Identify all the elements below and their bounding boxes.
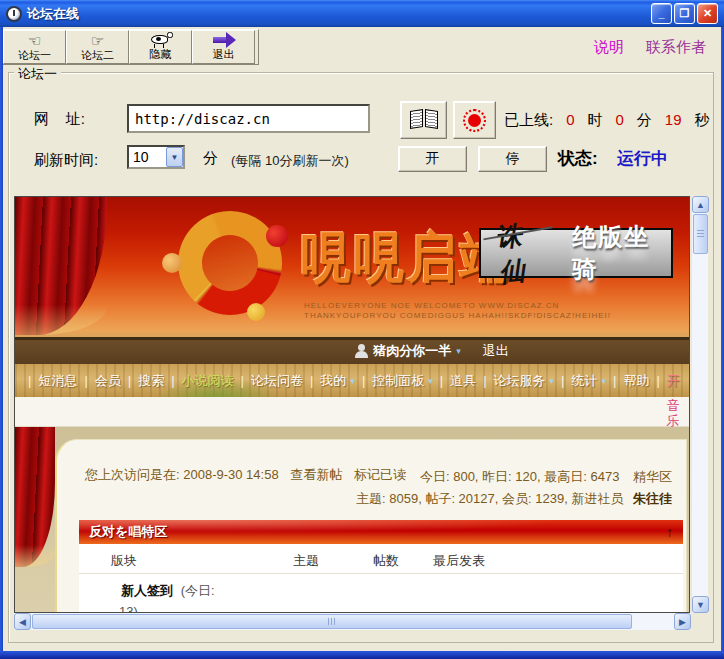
nav-item-messages[interactable]: 短消息	[21, 372, 77, 390]
online-seconds: 19	[665, 111, 682, 130]
dog-icon	[149, 32, 173, 48]
help-link[interactable]: 说明	[594, 38, 624, 57]
embedded-browser: 哯哯启端 HELLOEVERYONE NOE WELCOMETO WWW.DIS…	[14, 196, 690, 613]
horizontal-scroll-thumb[interactable]	[32, 614, 632, 629]
chevron-down-icon[interactable]: ▾	[456, 346, 461, 356]
online-time-row: 已上线: 0 时 0 分 19 秒	[504, 111, 710, 130]
forum1-button-label: 论坛一	[18, 49, 51, 61]
banner-tagline-1: HELLOEVERYONE NOE WELCOMETO WWW.DISCAZ.C…	[304, 301, 611, 311]
curtain-graphic	[15, 197, 107, 335]
status-light-button[interactable]	[453, 101, 496, 139]
nav-item-search[interactable]: 搜索	[121, 372, 164, 390]
url-label: 网 址:	[34, 110, 85, 129]
groupbox-label: 论坛一	[14, 65, 61, 83]
category-title[interactable]: 反对を唱特区	[89, 523, 666, 541]
forum-table-header: 版块 主题 帖数 最后发表	[79, 544, 683, 574]
forum-today-note: (今日:	[181, 583, 215, 598]
column-header-topics: 主题	[293, 552, 319, 570]
online-label: 已上线:	[504, 111, 553, 130]
online-minutes: 0	[616, 111, 624, 130]
online-seconds-unit: 秒	[695, 111, 710, 130]
today-stats-text: 今日: 800, 昨日: 120, 最高日: 6473	[420, 469, 619, 484]
close-button[interactable]: ✕	[697, 3, 718, 24]
status-label: 状态:	[558, 147, 598, 170]
banner-taglines: HELLOEVERYONE NOE WELCOMETO WWW.DISCAZ.C…	[304, 301, 611, 321]
start-button[interactable]: 开	[398, 146, 467, 172]
nav-item-stats[interactable]: 统计▾	[554, 372, 606, 390]
vertical-scroll-thumb[interactable]	[693, 214, 708, 254]
forum-logo	[166, 199, 293, 326]
forum-nav-bar: 短消息 会员 搜索 小说阅读 论坛问卷 我的▾ 控制面板▾ 道具 论坛服务▾ 统…	[15, 364, 689, 397]
ad-brand-calligraphy: 诛仙	[493, 216, 549, 291]
maximize-button[interactable]: ❐	[674, 3, 695, 24]
nav-item-props[interactable]: 道具	[433, 372, 476, 390]
url-input[interactable]	[127, 104, 370, 133]
nav-item-members[interactable]: 会员	[77, 372, 120, 390]
user-bar: 猪肉分你一半 ▾ 退出	[15, 337, 689, 364]
combo-arrow-icon: ▼	[171, 153, 179, 162]
hand-point-left-icon: ☜	[28, 32, 41, 49]
view-new-posts-link[interactable]: 查看新帖	[290, 467, 342, 482]
forum1-button[interactable]: ☜ 论坛一	[3, 30, 66, 64]
minutes-unit-label: 分	[203, 149, 218, 168]
combo-dropdown-button[interactable]: ▼	[166, 147, 183, 167]
user-avatar-icon	[355, 344, 368, 358]
last-visit-text: 您上次访问是在: 2008-9-30 14:58	[85, 467, 279, 482]
ad-banner[interactable]: 诛仙 绝版坐骑	[479, 228, 673, 278]
window-border-bottom	[0, 651, 724, 659]
forum-banner: 哯哯启端 HELLOEVERYONE NOE WELCOMETO WWW.DIS…	[15, 197, 689, 337]
nav-item-music-on[interactable]: 开	[649, 372, 679, 390]
scroll-left-icon: ◀	[19, 617, 26, 627]
nav-item-survey[interactable]: 论坛问卷	[234, 372, 303, 390]
collapse-arrow-icon[interactable]: ↑	[666, 524, 673, 540]
forum-link-newbie-signin[interactable]: 新人签到	[121, 583, 173, 598]
vertical-scrollbar[interactable]: ▲ ▼	[691, 196, 708, 613]
exit-button[interactable]: 退出	[192, 30, 255, 64]
totals-stats-text: 主题: 8059, 帖子: 20127, 会员: 1239, 新进社员	[356, 491, 623, 506]
forum2-button[interactable]: ☞ 论坛二	[66, 30, 129, 64]
online-hours-unit: 时	[588, 111, 603, 130]
minimize-icon: _	[658, 8, 664, 19]
online-minutes-unit: 分	[637, 111, 652, 130]
logout-link[interactable]: 退出	[483, 342, 509, 360]
open-log-button[interactable]	[400, 101, 447, 139]
stop-button[interactable]: 停	[478, 146, 547, 172]
scroll-down-icon: ▼	[696, 600, 705, 610]
logo-dot	[247, 303, 265, 321]
newest-member-link[interactable]: 朱往徍	[633, 491, 672, 506]
logo-dot	[162, 253, 182, 273]
sub-nav-strip	[15, 397, 689, 427]
app-icon	[6, 6, 22, 22]
minimize-button[interactable]: _	[651, 3, 672, 24]
horizontal-scrollbar[interactable]: ◀ ▶	[14, 613, 691, 630]
refresh-interval-select[interactable]: 10 ▼	[127, 145, 185, 169]
forum-content: 您上次访问是在: 2008-9-30 14:58 查看新帖 标记已读 今日: 8…	[15, 427, 689, 613]
online-hours: 0	[566, 111, 574, 130]
scroll-up-button[interactable]: ▲	[692, 196, 709, 213]
nav-item-mine[interactable]: 我的▾	[303, 372, 355, 390]
exit-arrow-icon	[211, 32, 237, 48]
username[interactable]: 猪肉分你一半	[373, 342, 451, 360]
refresh-time-label: 刷新时间:	[34, 151, 98, 170]
title-bar[interactable]: 论坛在线 _ ❐ ✕	[0, 0, 724, 27]
nav-item-help[interactable]: 帮助	[606, 372, 649, 390]
forum-today-note-wrap: 13)	[119, 604, 138, 613]
column-header-board: 版块	[111, 552, 137, 570]
scroll-right-icon: ▶	[679, 617, 686, 627]
scroll-up-icon: ▲	[696, 200, 705, 210]
digest-link[interactable]: 精华区	[633, 469, 672, 484]
column-header-lastpost: 最后发表	[433, 552, 485, 570]
app-window: 论坛在线 _ ❐ ✕ ☜ 论坛一 ☞ 论坛二 隐藏 退出 说明 联系作者 论坛一…	[0, 0, 724, 659]
scroll-left-button[interactable]: ◀	[14, 613, 31, 630]
window-title: 论坛在线	[27, 5, 649, 23]
nav-item-control-panel[interactable]: 控制面板▾	[355, 372, 433, 390]
music-toggle-vertical[interactable]: 音 乐	[665, 398, 681, 428]
nav-item-novels[interactable]: 小说阅读	[164, 372, 233, 390]
hide-button[interactable]: 隐藏	[129, 30, 192, 64]
nav-item-services[interactable]: 论坛服务▾	[476, 372, 554, 390]
contact-author-link[interactable]: 联系作者	[646, 38, 706, 57]
maximize-icon: ❐	[680, 8, 690, 19]
forum-content-box: 您上次访问是在: 2008-9-30 14:58 查看新帖 标记已读 今日: 8…	[55, 439, 687, 613]
scroll-right-button[interactable]: ▶	[674, 613, 691, 630]
scroll-down-button[interactable]: ▼	[692, 596, 709, 613]
